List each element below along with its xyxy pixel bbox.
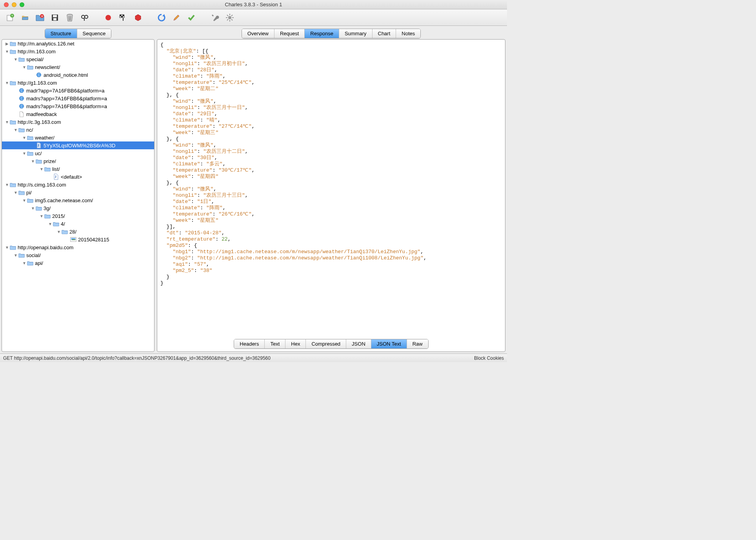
tree-row[interactable]: madrs?app=7A16FBB6&platform=a: [2, 94, 154, 102]
tree-row[interactable]: ▼api/: [2, 259, 154, 267]
disclosure-triangle-icon[interactable]: ▼: [13, 128, 18, 132]
tree-row[interactable]: ▼http://g1.163.com: [2, 79, 154, 87]
svg-line-32: [231, 19, 233, 20]
tree-row[interactable]: ▼http://openapi.baidu.com: [2, 243, 154, 251]
right-tab-request[interactable]: Request: [274, 29, 305, 38]
disclosure-triangle-icon[interactable]: ▼: [30, 206, 36, 210]
tree-label: weather/: [35, 135, 55, 141]
tree-row[interactable]: J5YyX5LqsfOWMl%2BS6rA%3D: [2, 141, 154, 149]
svg-point-37: [19, 58, 20, 59]
disclosure-triangle-icon[interactable]: ▼: [13, 253, 18, 257]
folder-icon: [27, 197, 33, 203]
bottom-tab-text[interactable]: Text: [265, 339, 285, 348]
tree-label: madr?app=7A16FBB6&platform=a: [26, 88, 104, 94]
tree-row[interactable]: ▼http://m.163.com: [2, 47, 154, 55]
folder-icon: [10, 119, 16, 125]
json-text-view[interactable]: { "北京|北京": [{ "wind": "微风", "nongli": "农…: [157, 40, 505, 336]
tools-button[interactable]: [209, 11, 221, 24]
tree-row[interactable]: ▼newsclient/: [2, 63, 154, 71]
disclosure-triangle-icon[interactable]: ▶: [4, 42, 10, 46]
tree-row[interactable]: ▼social/: [2, 251, 154, 259]
disclosure-triangle-icon[interactable]: ▼: [22, 261, 27, 265]
open-button[interactable]: [19, 11, 31, 24]
tree-label: <default>: [61, 174, 82, 180]
tree-row[interactable]: ▼img5.cache.netease.com/: [2, 196, 154, 204]
tree-label: 3g/: [44, 205, 51, 211]
tree-row[interactable]: ▼weather/: [2, 134, 154, 141]
tree-row[interactable]: ▼http://s.cimg.163.com: [2, 181, 154, 188]
right-tab-chart[interactable]: Chart: [373, 29, 396, 38]
svg-point-52: [11, 184, 11, 184]
edit-button[interactable]: [170, 11, 183, 24]
close-button[interactable]: ✕: [34, 11, 46, 24]
find-button[interactable]: [78, 11, 91, 24]
folder-icon: [10, 244, 16, 250]
bottom-tab-json[interactable]: JSON: [346, 339, 371, 348]
trash-button[interactable]: [64, 11, 76, 24]
tree-label: madrs?app=7A16FBB6&platform=a: [26, 96, 107, 101]
disclosure-triangle-icon[interactable]: ▼: [13, 57, 18, 62]
block-cookies-label[interactable]: Block Cookies: [474, 355, 504, 361]
left-tab-structure[interactable]: Structure: [45, 29, 77, 38]
tree-row[interactable]: ▼nc/: [2, 126, 154, 134]
disclosure-triangle-icon[interactable]: ▼: [4, 81, 10, 85]
bottom-tab-headers[interactable]: Headers: [234, 339, 265, 348]
record-button[interactable]: [102, 11, 114, 24]
refresh-button[interactable]: [155, 11, 168, 24]
svg-marker-23: [135, 14, 141, 21]
disclosure-triangle-icon[interactable]: ▼: [22, 65, 27, 69]
bottom-tabset: HeadersTextHexCompressedJSONJSON TextRaw: [234, 339, 428, 349]
disclosure-triangle-icon[interactable]: ▼: [4, 49, 10, 54]
tree-label: 5YyX5LqsfOWMl%2BS6rA%3D: [44, 143, 116, 149]
left-tab-sequence[interactable]: Sequence: [77, 29, 111, 38]
tree-row[interactable]: 20150428115: [2, 236, 154, 243]
svg-point-48: [28, 152, 28, 153]
disclosure-triangle-icon[interactable]: ▼: [22, 136, 27, 140]
tree-row[interactable]: ▼uc/: [2, 149, 154, 157]
right-tab-notes[interactable]: Notes: [396, 29, 420, 38]
tree-row[interactable]: ▼2015/: [2, 212, 154, 220]
right-tab-response[interactable]: Response: [305, 29, 339, 38]
settings-button[interactable]: [224, 11, 236, 24]
tree-row[interactable]: ▼list/: [2, 165, 154, 173]
folder-icon: [44, 213, 51, 219]
svg-text:✕: ✕: [41, 14, 44, 18]
disclosure-triangle-icon[interactable]: ▼: [4, 183, 10, 187]
disclosure-triangle-icon[interactable]: ▼: [30, 159, 36, 163]
breakpoint-button[interactable]: [132, 11, 144, 24]
right-tab-overview[interactable]: Overview: [242, 29, 274, 38]
disclosure-triangle-icon[interactable]: ▼: [4, 120, 10, 124]
disclosure-triangle-icon[interactable]: ▼: [56, 230, 62, 234]
new-session-button[interactable]: +: [4, 11, 16, 24]
tree-row[interactable]: J<default>: [2, 173, 154, 181]
bottom-tab-raw[interactable]: Raw: [407, 339, 428, 348]
bottom-tab-hex[interactable]: Hex: [285, 339, 306, 348]
disclosure-triangle-icon[interactable]: ▼: [22, 151, 27, 156]
tree-row[interactable]: madr?app=7A16FBB6&platform=a: [2, 87, 154, 94]
disclosure-triangle-icon[interactable]: ▼: [13, 190, 18, 195]
save-button[interactable]: [49, 11, 61, 24]
bottom-tab-compressed[interactable]: Compressed: [306, 339, 346, 348]
tree-row[interactable]: madrs?app=7A16FBB6&platform=a: [2, 102, 154, 110]
tree-row[interactable]: madfeedback: [2, 110, 154, 118]
tree-row[interactable]: ▼http://c.3g.163.com: [2, 118, 154, 126]
validate-button[interactable]: [185, 11, 198, 24]
right-tab-summary[interactable]: Summary: [339, 29, 373, 38]
tree-row[interactable]: ▼3g/: [2, 204, 154, 212]
tree-row[interactable]: android_notice.html: [2, 71, 154, 79]
tree-row[interactable]: ▼28/: [2, 228, 154, 236]
tree-row[interactable]: ▼pi/: [2, 188, 154, 196]
disclosure-triangle-icon[interactable]: ▼: [39, 214, 44, 218]
disclosure-triangle-icon[interactable]: ▼: [39, 167, 44, 171]
hosts-tree[interactable]: ▶http://m.analytics.126.net▼http://m.163…: [2, 40, 154, 352]
svg-point-53: [19, 192, 20, 192]
throttle-button[interactable]: [117, 11, 129, 24]
disclosure-triangle-icon[interactable]: ▼: [47, 222, 53, 226]
tree-row[interactable]: ▼special/: [2, 55, 154, 63]
tree-row[interactable]: ▼4/: [2, 220, 154, 228]
tree-row[interactable]: ▶http://m.analytics.126.net: [2, 40, 154, 47]
tree-row[interactable]: ▼prize/: [2, 157, 154, 165]
disclosure-triangle-icon[interactable]: ▼: [4, 245, 10, 250]
disclosure-triangle-icon[interactable]: ▼: [22, 198, 27, 203]
bottom-tab-json-text[interactable]: JSON Text: [371, 339, 407, 348]
